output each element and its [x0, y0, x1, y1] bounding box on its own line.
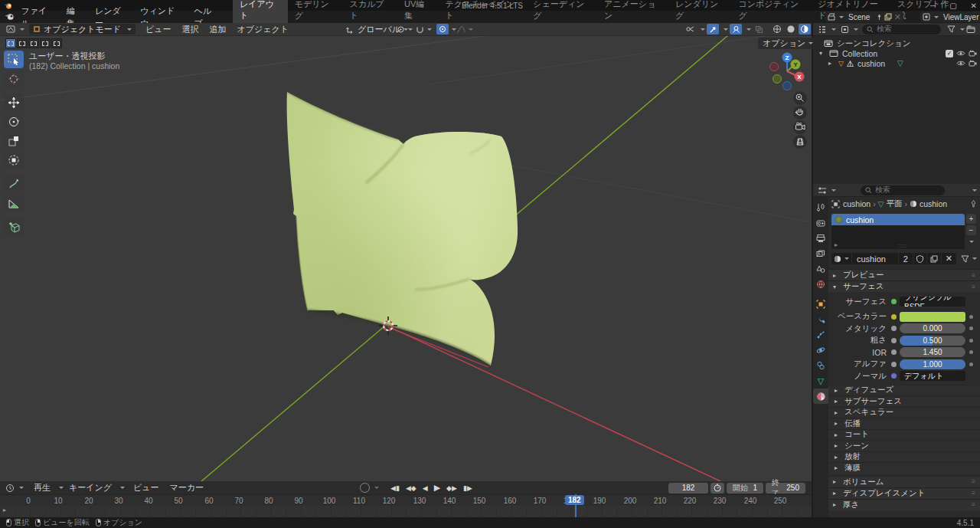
viewport-menu-select[interactable]: 選択 — [177, 24, 204, 35]
add-slot-button[interactable]: + — [966, 214, 976, 224]
breadcrumb-object[interactable]: cushion — [843, 199, 871, 208]
subpanel-subsurface[interactable]: ▸サブサーフェス — [828, 395, 980, 407]
shading-material-preview-button[interactable] — [799, 24, 811, 34]
tab-texture-paint[interactable]: テクスチャペイント — [439, 0, 527, 23]
frame-end-field[interactable]: 終了250 — [766, 483, 805, 494]
gizmos-toggle[interactable] — [707, 24, 719, 34]
collapse-chevron-icon[interactable]: ▾ — [819, 50, 825, 57]
tab-tool[interactable] — [813, 200, 828, 215]
falloff-button[interactable] — [456, 25, 473, 34]
hide-eye-icon[interactable] — [956, 60, 965, 67]
properties-search-input[interactable]: 検索 — [861, 185, 945, 195]
base-color-swatch[interactable] — [900, 312, 965, 322]
properties-editor-type-button[interactable] — [816, 185, 828, 195]
properties-editor-chevron[interactable] — [831, 189, 836, 192]
tab-object[interactable] — [813, 297, 828, 312]
timeline-editor-type-button[interactable] — [4, 483, 16, 494]
viewport-menu-add[interactable]: 追加 — [204, 24, 232, 35]
viewport-menu-view[interactable]: ビュー — [140, 24, 177, 35]
editor-type-button[interactable] — [5, 24, 17, 34]
auto-keying-toggle[interactable] — [360, 483, 370, 493]
panel-surface[interactable]: ▾サーフェス≡ — [828, 280, 980, 292]
current-frame-field[interactable]: 182 — [668, 483, 708, 494]
gizmo-neg-x[interactable] — [770, 63, 779, 71]
zoom-button[interactable] — [793, 91, 807, 105]
timeline-menu-view[interactable]: ビュー — [128, 482, 165, 494]
select-mode-extend[interactable] — [17, 38, 28, 48]
outliner-search-input[interactable]: 検索 — [862, 25, 941, 34]
tab-uv-editing[interactable]: UV編集 — [397, 0, 439, 23]
users-count-button[interactable]: 2 — [898, 253, 913, 264]
subpanel-thin-film[interactable]: ▸薄膜 — [828, 462, 980, 474]
show-object-types-button[interactable] — [684, 24, 696, 34]
play-button[interactable]: ▶ — [432, 483, 443, 493]
shading-wireframe-button[interactable] — [771, 24, 783, 34]
roughness-slider[interactable]: 0.500 — [900, 336, 965, 346]
viewlayer-selector[interactable]: ViewLayer ✕ — [920, 11, 980, 22]
slot-specials-button[interactable] — [966, 237, 976, 247]
tool-scale[interactable] — [4, 132, 24, 149]
use-preview-range-toggle[interactable] — [710, 483, 724, 494]
tab-material[interactable] — [813, 389, 828, 404]
timeline-menu-keying[interactable]: キーイング — [64, 482, 117, 494]
decorator-dot[interactable] — [969, 362, 973, 366]
slot-filter-button[interactable] — [961, 255, 977, 263]
subpanel-specular[interactable]: ▸スペキュラー — [828, 407, 980, 418]
collection-checkbox[interactable]: ✓ — [946, 50, 953, 57]
tab-world[interactable] — [813, 277, 828, 292]
panel-volume[interactable]: ▸ボリューム≡ — [828, 476, 980, 487]
outliner-display-chevron[interactable] — [831, 28, 836, 31]
tab-compositing[interactable]: コンポジティング — [731, 0, 811, 23]
xray-toggle[interactable] — [753, 24, 765, 34]
shading-solid-button[interactable] — [785, 24, 797, 34]
metallic-slider[interactable]: 0.000 — [900, 323, 965, 333]
tab-object-data[interactable]: ▽ — [813, 373, 828, 389]
decorator-dot[interactable] — [969, 339, 973, 343]
select-mode-invert[interactable] — [40, 38, 51, 48]
close-button[interactable]: ✕ — [971, 2, 977, 10]
breadcrumb-material[interactable]: cushion — [920, 199, 947, 208]
current-frame-badge[interactable]: 182 — [565, 495, 584, 505]
navigation-gizmo[interactable]: Z Y X — [770, 53, 805, 90]
gizmo-neg-z[interactable] — [783, 82, 792, 90]
tab-particles[interactable] — [813, 327, 828, 343]
panel-thickness[interactable]: ▸厚さ≡ — [828, 499, 980, 510]
material-slot-row[interactable]: cushion — [831, 214, 965, 225]
auto-keying-chevron[interactable] — [374, 487, 379, 489]
normal-field[interactable]: デフォルト — [900, 371, 965, 381]
viewlayer-name[interactable]: ViewLayer — [939, 13, 980, 21]
alpha-slider[interactable]: 1.000 — [900, 359, 965, 369]
timeline-track-area[interactable]: ▸ — [0, 506, 812, 517]
subpanel-sheen[interactable]: ▸シーン — [828, 440, 980, 451]
camera-view-button[interactable] — [793, 120, 807, 134]
timeline-editor-chevron[interactable] — [19, 487, 24, 489]
pan-button[interactable] — [793, 106, 807, 120]
outliner-row-cushion[interactable]: ▸ ▽ cushion ▽ — [813, 58, 980, 68]
blender-menu-icon[interactable] — [5, 12, 15, 21]
subpanel-diffuse[interactable]: ▸ディフューズ — [828, 385, 980, 396]
tool-move[interactable] — [4, 93, 24, 111]
tool-measure[interactable] — [4, 194, 24, 212]
timeline-menu-marker[interactable]: マーカー — [165, 482, 210, 494]
pin-icon[interactable] — [874, 12, 884, 21]
pin-icon[interactable] — [970, 200, 977, 208]
tab-scene[interactable] — [813, 261, 828, 277]
viewport-menu-object[interactable]: オブジェクト — [232, 24, 295, 35]
scene-name[interactable]: Scene — [844, 13, 874, 21]
expand-chevron-icon[interactable]: ▸ — [828, 60, 835, 67]
surface-shader-button[interactable]: プリンシプルBSDF — [900, 297, 965, 307]
tool-select-box[interactable] — [4, 51, 24, 68]
material-name-field[interactable]: cushion — [851, 253, 898, 264]
select-mode-intersect[interactable] — [51, 38, 62, 48]
subpanel-coat[interactable]: ▸コート — [828, 429, 980, 441]
outliner-row-scene-collection[interactable]: シーンコレクション — [813, 38, 980, 48]
cushion-object[interactable] — [287, 92, 518, 367]
timeline-menu-playback[interactable]: 再生 — [28, 482, 56, 494]
properties-display-chevron[interactable] — [972, 189, 977, 192]
tool-add-cube[interactable] — [4, 218, 24, 235]
decorator-dot[interactable] — [969, 326, 973, 330]
tab-sculpting[interactable]: スカルプト — [342, 0, 397, 23]
select-mode-subtract[interactable] — [28, 38, 39, 48]
decorator-dot[interactable] — [969, 350, 973, 354]
outliner-filter-button[interactable] — [945, 24, 957, 34]
